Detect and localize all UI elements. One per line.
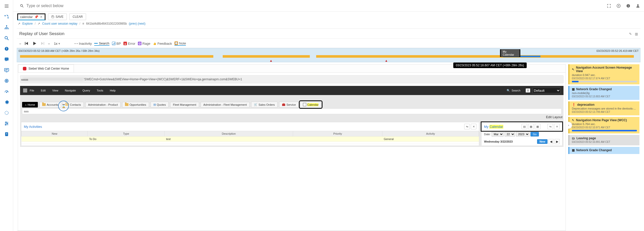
alert-icon[interactable] — [3, 45, 10, 52]
legend-search[interactable]: Search — [94, 41, 109, 46]
filter-chip-calendar[interactable]: calendar 📌 ✕ — [17, 13, 45, 20]
global-search[interactable] — [20, 4, 606, 8]
panel-close-icon[interactable]: ✕ — [554, 124, 560, 129]
nav-quotes[interactable]: ▤Quotes — [151, 102, 169, 107]
table-row[interactable]: To Do test General — [22, 136, 479, 142]
crumb-count[interactable]: Count user session replay — [42, 22, 77, 25]
event-card[interactable]: ›↖Navigation Home Page View (WCC)duratio… — [568, 117, 639, 133]
edit-layout-button[interactable]: Edit Layout — [546, 115, 562, 119]
svg-rect-42 — [25, 42, 25, 45]
aaa-input[interactable]: aaa — [22, 109, 561, 114]
menu-edit[interactable]: Edit — [41, 89, 46, 92]
crumb-explore[interactable]: Explore — [22, 22, 33, 25]
error-marker-icon[interactable]: ▲ — [269, 59, 273, 63]
menu-help[interactable]: Help — [110, 89, 116, 92]
legend-note[interactable]: 💬Note — [174, 41, 186, 46]
nav-accounts[interactable]: Accounts — [39, 102, 61, 107]
play-icon[interactable] — [32, 41, 37, 46]
play-circle-icon[interactable] — [616, 3, 621, 8]
session-panel: Replay of User Session ✎ ▥ – – 1x ▾ Inac… — [17, 28, 640, 231]
global-search-input[interactable] — [26, 4, 179, 8]
nav-service[interactable]: 🧰Service — [279, 102, 299, 107]
tree-icon[interactable] — [3, 24, 10, 31]
hamburger-icon[interactable] — [3, 3, 10, 10]
cal-month-icon[interactable]: ▩ — [535, 124, 540, 129]
list-icon: ≡ — [82, 22, 84, 25]
event-card[interactable]: ▦Network Grade Changednon-mobile|3g03/23… — [568, 86, 639, 100]
nav-home[interactable]: ⌂Home — [22, 102, 38, 107]
book-icon[interactable] — [3, 131, 10, 138]
loading-icon[interactable] — [3, 109, 10, 116]
svg-point-12 — [5, 59, 6, 59]
search-icon[interactable] — [3, 35, 10, 42]
svg-point-6 — [7, 28, 8, 29]
legend-feedback[interactable]: 👍Feedback — [153, 42, 172, 45]
clear-button[interactable]: CLEAR — [69, 13, 86, 20]
sliders-icon[interactable] — [3, 120, 10, 127]
edit-icon[interactable]: ✎ — [629, 32, 632, 36]
siebel-profile-select[interactable]: Default — [533, 88, 560, 93]
session-title: Replay of User Session — [19, 31, 65, 36]
radar-icon[interactable] — [3, 77, 10, 84]
info-icon[interactable] — [626, 3, 631, 8]
nav-admin-product[interactable]: Administration - Product — [85, 102, 121, 107]
siebel-search[interactable]: 🔍 Search — [507, 89, 521, 92]
legend-rage[interactable]: ☹Rage — [138, 42, 150, 45]
new-event-button[interactable]: New — [537, 139, 548, 144]
prev-day-icon[interactable]: ◀ — [549, 139, 554, 144]
nav-calendar[interactable]: Calendar — [300, 102, 321, 107]
skip-fwd-icon[interactable] — [40, 41, 45, 46]
speed-select[interactable]: 1x ▾ — [52, 41, 61, 46]
menu-query[interactable]: Query — [83, 89, 90, 92]
launch-icon: ↗ — [38, 22, 40, 25]
event-card[interactable]: ↖Navigation Account Screen Homepage View… — [568, 64, 639, 84]
gauge-icon[interactable] — [3, 88, 10, 95]
table-row[interactable] — [22, 142, 479, 144]
menu-view[interactable]: View — [52, 89, 58, 92]
crumb-prev[interactable]: (prev) — [129, 22, 137, 25]
chip-remove-icon[interactable]: ✕ — [40, 15, 43, 19]
year-select[interactable]: 2023 — [516, 132, 529, 136]
timeline-hover-marker: My Calendar — [500, 49, 520, 57]
cal-day-icon[interactable]: ▤ — [522, 124, 527, 129]
go-button[interactable]: Go — [530, 132, 539, 136]
chat-icon[interactable] — [3, 56, 10, 63]
crumb-next[interactable]: (next) — [138, 22, 146, 25]
wand-icon[interactable] — [3, 13, 10, 20]
month-select[interactable]: Mar — [492, 132, 504, 136]
monitor-icon[interactable] — [3, 67, 10, 74]
svg-point-32 — [21, 4, 23, 6]
siebel-tab[interactable]: Siebel Web Call Center Home — [18, 65, 74, 72]
nav-admin-fleet[interactable]: Administration - Fleet Management — [201, 102, 250, 107]
event-card[interactable]: ❗deprecationDeprecation messages are sto… — [568, 101, 639, 115]
layout-icon[interactable]: ▥ — [635, 32, 638, 36]
next-day-icon[interactable]: ▶ — [555, 139, 560, 144]
save-button[interactable]: SAVE — [48, 13, 67, 20]
nav-opportunities[interactable]: Opportunities — [122, 102, 149, 107]
pin-icon[interactable]: 📌 — [34, 15, 38, 19]
cursor-indicator-icon: ⌛ — [58, 101, 69, 111]
fullscreen-icon[interactable] — [606, 3, 611, 8]
legend-error[interactable]: ▲Error — [123, 42, 135, 45]
cal-week-icon[interactable]: ▦ — [528, 124, 534, 129]
playback-controls: – – 1x ▾ Inactivity Search ⎇BP ▲Error ☹R… — [17, 39, 640, 48]
legend-bp[interactable]: ⎇BP — [112, 42, 121, 45]
legend-inactivity[interactable]: Inactivity — [74, 42, 92, 45]
timeline[interactable]: 03/23/2023 05:52:18.000 AM CET (+00h 28m… — [17, 48, 640, 62]
event-card[interactable]: ▦Network Grade Changed — [568, 147, 639, 154]
menu-navigate[interactable]: Navigate — [65, 89, 76, 92]
event-card[interactable]: 🗂Leaving page03/23/2023 05:52:10.891 AM … — [568, 135, 639, 145]
panel-menu-icon[interactable]: ⇋ — [548, 124, 553, 129]
nav-sales-orders[interactable]: 🛒Sales Orders — [251, 102, 278, 107]
panel-menu-icon[interactable]: ⇋ — [464, 124, 470, 129]
skip-back-icon[interactable] — [24, 41, 29, 46]
gear-icon[interactable] — [3, 99, 10, 106]
panel-close-icon[interactable]: ✕ — [471, 124, 476, 129]
error-marker-icon[interactable]: ▲ — [385, 59, 388, 63]
expand-events-icon[interactable]: › — [568, 122, 572, 129]
menu-file[interactable]: File — [30, 89, 34, 92]
menu-tools[interactable]: Tools — [97, 89, 103, 92]
day-select[interactable]: 22 — [505, 132, 515, 136]
nav-fleet[interactable]: Fleet Management — [170, 102, 199, 107]
user-icon[interactable] — [635, 3, 640, 8]
